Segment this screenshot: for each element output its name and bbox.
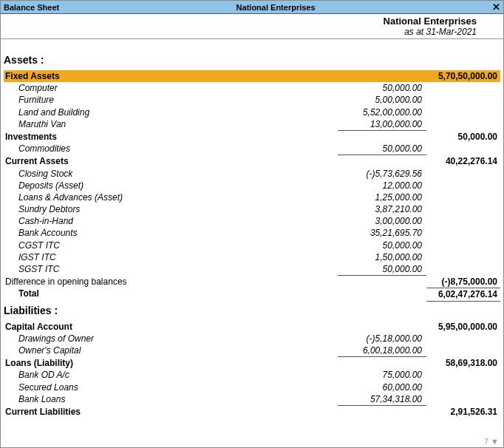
ledger-row[interactable]: Bank OD A/c75,000.00 [4,369,500,381]
ledger-row[interactable]: Cash-in-Hand3,00,000.00 [4,215,500,227]
ledger-name: Drawings of Owner [4,333,338,345]
group-name: Current Assets [4,155,338,167]
group-total: 40,22,276.14 [426,155,500,167]
group-header[interactable]: Fixed Assets5,70,50,000.00 [4,70,500,82]
ledger-name: Deposits (Asset) [4,180,338,191]
company-name: National Enterprises [4,16,477,27]
ledger-name: Furniture [4,94,338,106]
title-bar: Balance Sheet National Enterprises ✕ [1,1,503,14]
group-name: Current Liabilities [4,406,338,418]
ledger-value: 50,000.00 [338,240,426,251]
ledger-row[interactable]: Deposits (Asset)12,000.00 [4,180,500,191]
ledger-value: 3,87,210.00 [338,203,426,215]
group-header[interactable]: Investments50,000.00 [4,131,500,143]
ledger-row[interactable]: IGST ITC1,50,000.00 [4,251,500,263]
ledger-value: 35,21,695.70 [338,227,426,239]
report-body: Assets : Fixed Assets5,70,50,000.00Compu… [1,39,503,418]
difference-row[interactable]: Difference in opening balances (-)8,75,0… [4,276,500,288]
ledger-value: 5,52,00,000.00 [338,106,426,118]
ledger-value: 13,00,000.00 [338,118,426,131]
ledger-row[interactable]: Owner's Capital6,00,18,000.00 [4,345,500,357]
ledger-value: 75,000.00 [338,369,426,381]
as-at-date: as at 31-Mar-2021 [4,27,477,37]
group-name: Loans (Liability) [4,357,338,369]
group-total: 58,69,318.00 [426,357,500,369]
ledger-name: Bank Loans [4,393,338,406]
group-header[interactable]: Current Liabilities2,91,526.31 [4,406,500,418]
ledger-row[interactable]: SGST ITC50,000.00 [4,263,500,276]
group-name: Capital Account [4,321,338,333]
ledger-value: 12,000.00 [338,180,426,191]
liabilities-heading: Liabilities : [4,305,500,316]
ledger-value: 60,000.00 [338,381,426,393]
ledger-name: Closing Stock [4,168,338,180]
ledger-row[interactable]: CGST ITC50,000.00 [4,240,500,251]
group-header[interactable]: Loans (Liability)58,69,318.00 [4,357,500,369]
ledger-name: CGST ITC [4,240,338,251]
ledger-name: Loans & Advances (Asset) [4,191,338,203]
ledger-value: 3,00,000.00 [338,215,426,227]
group-total: 5,70,50,000.00 [426,70,500,82]
total-row: Total 6,02,47,276.14 [4,288,500,301]
ledger-name: Sundry Debtors [4,203,338,215]
ledger-value: 57,34,318.00 [338,393,426,406]
group-total: 2,91,526.31 [426,406,500,418]
ledger-row[interactable]: Secured Loans60,000.00 [4,381,500,393]
ledger-row[interactable]: Commodities50,000.00 [4,143,500,155]
ledger-name: Bank Accounts [4,227,338,239]
ledger-value: (-)5,18,000.00 [338,333,426,345]
ledger-row[interactable]: Bank Accounts35,21,695.70 [4,227,500,239]
ledger-value: (-)5,73,629.56 [338,168,426,180]
ledger-name: Land and Building [4,106,338,118]
group-name: Fixed Assets [4,70,338,82]
ledger-name: SGST ITC [4,263,338,276]
ledger-value: 50,000.00 [338,263,426,276]
ledger-name: Secured Loans [4,381,338,393]
ledger-row[interactable]: Sundry Debtors3,87,210.00 [4,203,500,215]
report-header: National Enterprises as at 31-Mar-2021 [1,14,503,39]
ledger-row[interactable]: Computer50,000.00 [4,82,500,94]
ledger-row[interactable]: Drawings of Owner(-)5,18,000.00 [4,333,500,345]
title-left: Balance Sheet [4,3,59,12]
group-name: Investments [4,131,338,143]
group-header[interactable]: Capital Account5,95,00,000.00 [4,321,500,333]
title-center: National Enterprises [59,3,492,12]
ledger-name: Commodities [4,143,338,155]
ledger-name: Maruthi Van [4,118,338,131]
group-total: 50,000.00 [426,131,500,143]
group-total: 5,95,00,000.00 [426,321,500,333]
more-rows-indicator[interactable]: 7 ▼ [484,437,499,446]
ledger-row[interactable]: Furniture5,00,000.00 [4,94,500,106]
ledger-row[interactable]: Land and Building5,52,00,000.00 [4,106,500,118]
ledger-row[interactable]: Bank Loans57,34,318.00 [4,393,500,406]
ledger-name: Owner's Capital [4,345,338,357]
ledger-value: 6,00,18,000.00 [338,345,426,357]
ledger-row[interactable]: Maruthi Van13,00,000.00 [4,118,500,131]
ledger-name: Bank OD A/c [4,369,338,381]
ledger-value: 50,000.00 [338,143,426,155]
ledger-name: Computer [4,82,338,94]
ledger-row[interactable]: Closing Stock(-)5,73,629.56 [4,168,500,180]
ledger-value: 50,000.00 [338,82,426,94]
ledger-value: 5,00,000.00 [338,94,426,106]
ledger-row[interactable]: Loans & Advances (Asset)1,25,000.00 [4,191,500,203]
group-header[interactable]: Current Assets40,22,276.14 [4,155,500,167]
close-icon[interactable]: ✕ [492,2,500,12]
ledger-name: IGST ITC [4,251,338,263]
ledger-name: Cash-in-Hand [4,215,338,227]
ledger-value: 1,25,000.00 [338,191,426,203]
ledger-value: 1,50,000.00 [338,251,426,263]
assets-heading: Assets : [4,54,500,66]
